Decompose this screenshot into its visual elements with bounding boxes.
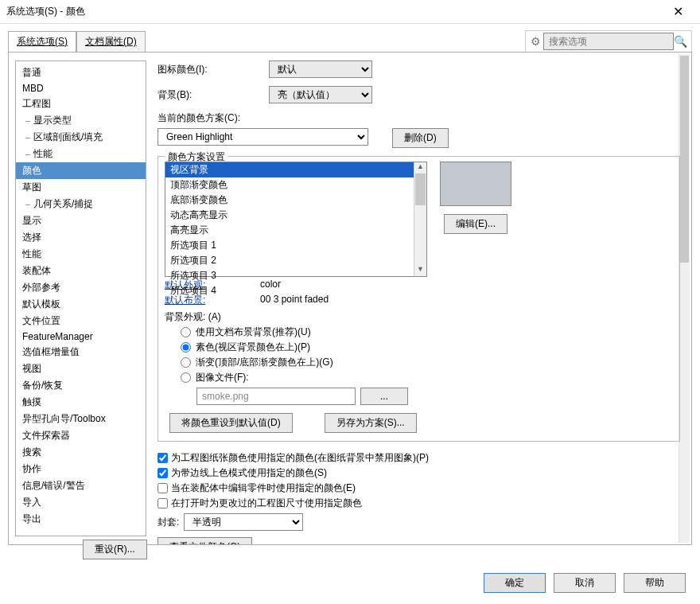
sidebar-item[interactable]: 默认模板 [16,296,146,313]
scheme-list-item[interactable]: 视区背景 [165,162,426,177]
sidebar-item[interactable]: 备份/恢复 [16,377,146,394]
sidebar-item[interactable]: 显示 [16,212,146,229]
edit-button[interactable]: 编辑(E)... [444,214,508,234]
sidebar-item[interactable]: 选值框增量值 [16,344,146,360]
check-changed-dims[interactable]: 在打开时为更改过的工程图尺寸使用指定颜色 [158,497,680,510]
cancel-button[interactable]: 取消 [554,573,616,593]
sidebar-item[interactable]: 外部参考 [16,279,146,296]
background-label: 背景(B): [158,88,269,102]
bg-appearance-label: 背景外观: (A) [165,310,673,324]
sidebar-item[interactable]: 区域剖面线/填充 [16,129,146,146]
sidebar-item[interactable]: 几何关系/捕捉 [16,196,146,212]
sidebar-item[interactable]: 草图 [16,179,146,196]
view-file-colors-button[interactable]: 查看文件颜色(G) [158,537,252,544]
scheme-list-item[interactable]: 顶部渐变颜色 [165,177,426,193]
search-icon: 🔍 [674,35,687,48]
scheme-select[interactable]: Green Highlight [158,128,368,146]
browse-button[interactable]: ... [360,388,408,405]
sidebar-item[interactable]: 工程图 [16,95,146,112]
sidebar-item[interactable]: 导入 [16,494,146,511]
sidebar-item[interactable]: 普通 [16,64,146,81]
scheme-list-item[interactable]: 底部渐变颜色 [165,193,426,208]
scheme-list-item[interactable]: 所选项目 2 [165,253,426,268]
scroll-up-icon[interactable]: ▲ [414,162,426,173]
radio-image[interactable]: 图像文件(F): [181,371,673,384]
sidebar-item[interactable]: 信息/错误/警告 [16,477,146,494]
tab-system-options[interactable]: 系统选项(S) [8,31,76,52]
save-scheme-button[interactable]: 另存为方案(S)... [325,413,417,433]
sidebar-item[interactable]: 搜索 [16,444,146,461]
check-assembly-edit[interactable]: 当在装配体中编辑零件时使用指定的颜色(E) [158,481,680,495]
category-tree[interactable]: 普通MBD工程图显示类型区域剖面线/填充性能颜色草图几何关系/捕捉显示选择性能装… [15,60,146,536]
radio-doc-scene[interactable]: 使用文档布景背景(推荐)(U) [181,325,673,339]
list-scrollbar[interactable]: ▲ ▼ [414,162,426,276]
help-button[interactable]: 帮助 [624,573,686,593]
sidebar-item[interactable]: 文件位置 [16,313,146,329]
settings-panel: 图标颜色(I): 默认 背景(B): 亮（默认值） 当前的颜色方案(C): Gr… [146,53,691,544]
gear-icon: ⚙ [531,35,541,48]
sidebar-item[interactable]: MBD [16,81,146,95]
search-options[interactable]: ⚙ 🔍 [525,30,692,53]
sidebar-item[interactable]: 协作 [16,461,146,477]
icon-color-label: 图标颜色(I): [158,63,269,76]
reset-button[interactable]: 重设(R)... [83,540,147,559]
envelope-select[interactable]: 半透明 [184,513,303,531]
sidebar-item[interactable]: 视图 [16,360,146,377]
radio-plain[interactable]: 素色(视区背景颜色在上)(P) [181,341,673,354]
search-input[interactable] [543,33,674,50]
background-select[interactable]: 亮（默认值） [269,86,372,103]
reset-colors-button[interactable]: 将颜色重设到默认值(D) [169,413,293,433]
tab-document-properties[interactable]: 文档属性(D) [76,31,146,52]
radio-gradient[interactable]: 渐变(顶部/底部渐变颜色在上)(G) [181,356,673,369]
sidebar-item[interactable]: 触摸 [16,394,146,411]
sidebar-item[interactable]: 显示类型 [16,112,146,129]
scheme-label: 当前的颜色方案(C): [158,111,680,125]
check-shaded-edges[interactable]: 为带边线上色模式使用指定的颜色(S) [158,466,680,480]
sidebar-item[interactable]: 性能 [16,146,146,162]
sidebar-item[interactable]: 颜色 [16,162,146,179]
sidebar-item[interactable]: 异型孔向导/Toolbox [16,411,146,427]
check-drawing-paper[interactable]: 为工程图纸张颜色使用指定的颜色(在图纸背景中禁用图象)(P) [158,451,680,465]
delete-button[interactable]: 删除(D) [392,128,449,148]
sidebar-item[interactable]: 装配体 [16,263,146,279]
envelope-label: 封套: [158,516,179,529]
sidebar-item[interactable]: FeatureManager [16,329,146,344]
scheme-list-item[interactable]: 所选项目 1 [165,238,426,253]
window-title: 系统选项(S) - 颜色 [6,5,662,18]
sidebar-item[interactable]: 选择 [16,229,146,246]
scheme-list-item[interactable]: 高亮显示 [165,223,426,238]
sidebar-item[interactable]: 导出 [16,511,146,528]
scrollbar[interactable] [679,54,690,543]
sidebar-item[interactable]: 性能 [16,246,146,263]
scheme-list-item[interactable]: 动态高亮显示 [165,208,426,223]
close-icon[interactable]: ✕ [662,4,694,19]
color-preview-swatch [440,162,511,206]
icon-color-select[interactable]: 默认 [269,60,372,78]
image-file-input[interactable] [196,388,356,405]
ok-button[interactable]: 确定 [484,573,546,593]
scheme-list-item[interactable]: 所选项目 4 [165,283,426,298]
scheme-list-item[interactable]: 所选项目 3 [165,268,426,283]
scheme-settings-group: 颜色方案设置 视区背景顶部渐变颜色底部渐变颜色动态高亮显示高亮显示所选项目 1所… [158,156,680,442]
scheme-list[interactable]: 视区背景顶部渐变颜色底部渐变颜色动态高亮显示高亮显示所选项目 1所选项目 2所选… [165,162,427,277]
scroll-down-icon[interactable]: ▼ [414,265,426,276]
sidebar-item[interactable]: 文件探索器 [16,427,146,444]
